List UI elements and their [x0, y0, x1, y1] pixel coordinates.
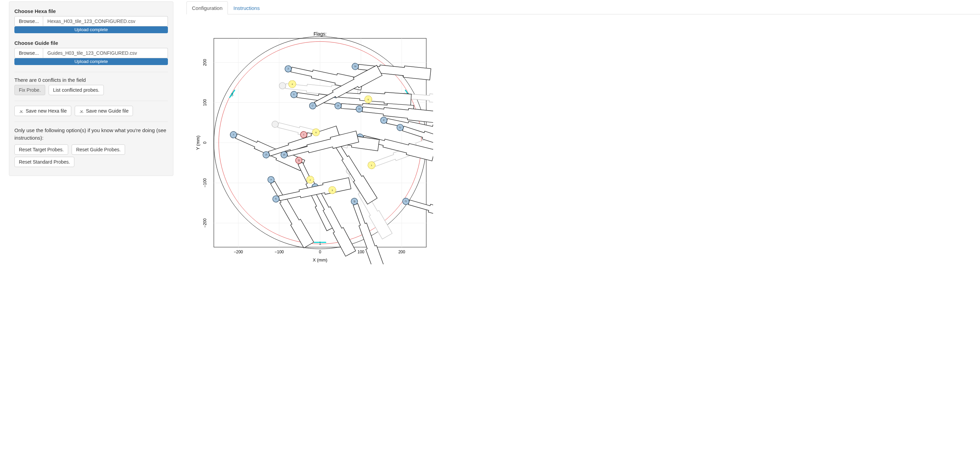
save-hexa-label: Save new Hexa file	[26, 108, 67, 114]
save-hexa-button[interactable]: Save new Hexa file	[14, 106, 71, 116]
save-guide-label: Save new Guide file	[86, 108, 129, 114]
hexa-file-label: Choose Hexa file	[14, 8, 168, 14]
tab-instructions[interactable]: Instructions	[228, 2, 265, 14]
hexa-filename: Hexas_H03_tile_123_CONFIGURED.csv	[43, 16, 168, 26]
guide-browse-button[interactable]: Browse...	[14, 48, 43, 58]
svg-text:3: 3	[231, 92, 233, 97]
download-icon	[79, 108, 84, 113]
hexa-progress-text: Upload complete	[14, 26, 168, 33]
fix-probe-button[interactable]: Fix Probe.	[14, 85, 45, 95]
svg-text:−100: −100	[202, 178, 207, 187]
svg-text:Y (mm): Y (mm)	[195, 136, 200, 150]
svg-text:−200: −200	[234, 250, 243, 254]
svg-text:Flags:: Flags:	[313, 32, 326, 36]
svg-text:−100: −100	[274, 250, 284, 254]
svg-text:0: 0	[202, 141, 207, 144]
svg-text:100: 100	[202, 99, 207, 106]
reset-guide-button[interactable]: Reset Guide Probes.	[72, 144, 125, 155]
svg-text:X (mm): X (mm)	[313, 257, 328, 263]
svg-text:1: 1	[319, 241, 321, 246]
reset-warning: Only use the following option(s) if you …	[14, 127, 168, 142]
guide-progress-text: Upload complete	[14, 58, 168, 65]
guide-progress: Upload complete	[14, 58, 168, 65]
download-icon	[19, 108, 24, 113]
conflict-status: There are 0 conflicts in the field	[14, 77, 168, 83]
svg-text:14: 14	[337, 105, 340, 106]
reset-target-button[interactable]: Reset Target Probes.	[14, 144, 68, 155]
tab-bar: Configuration Instructions	[186, 2, 980, 14]
svg-text:100: 100	[357, 250, 364, 254]
hexa-progress: Upload complete	[14, 26, 168, 33]
svg-text:0: 0	[319, 250, 321, 254]
save-guide-button[interactable]: Save new Guide file	[75, 106, 133, 116]
svg-text:−200: −200	[202, 219, 207, 228]
list-conflicted-button[interactable]: List conflicted probes.	[49, 85, 104, 95]
reset-standard-button[interactable]: Reset Standard Probes.	[14, 157, 74, 167]
svg-text:200: 200	[202, 59, 207, 66]
svg-text:200: 200	[398, 250, 405, 254]
guide-filename: Guides_H03_tile_123_CONFIGURED.csv	[43, 48, 168, 58]
hexa-browse-button[interactable]: Browse...	[14, 16, 43, 26]
field-plot[interactable]: Flags:−200−1000100200−200−1000100200X (m…	[193, 32, 980, 264]
tab-configuration[interactable]: Configuration	[186, 2, 228, 14]
svg-point-33	[279, 82, 286, 89]
guide-file-label: Choose Guide file	[14, 40, 168, 46]
